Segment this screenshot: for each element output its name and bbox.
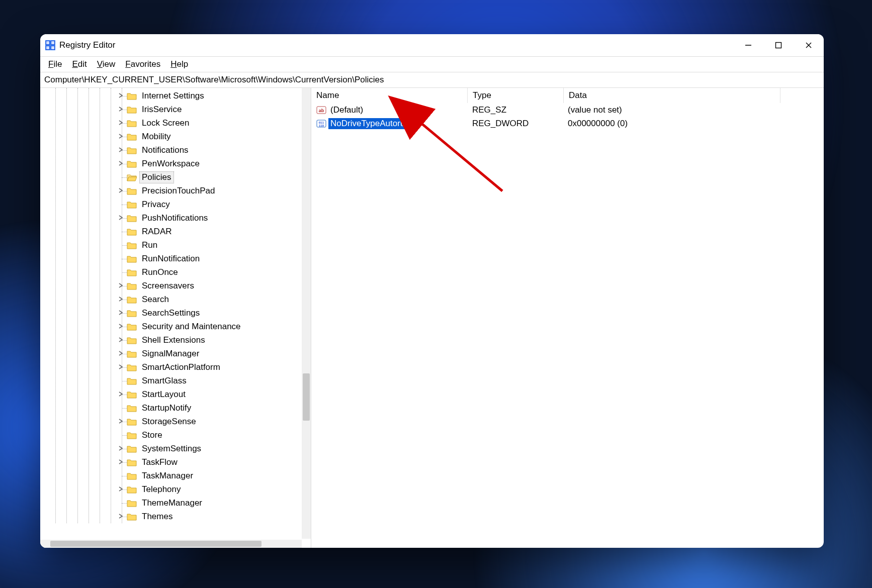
folder-icon — [127, 350, 137, 358]
tree-node[interactable]: SmartActionPlatform — [40, 360, 302, 374]
value-row[interactable]: (Default)REG_SZ(value not set) — [311, 103, 824, 117]
menu-view[interactable]: View — [92, 58, 121, 71]
tree-node[interactable]: Security and Maintenance — [40, 320, 302, 333]
folder-icon — [127, 363, 137, 371]
tree-node[interactable]: TaskFlow — [40, 455, 302, 469]
close-button[interactable] — [794, 34, 824, 56]
tree-node[interactable]: Telephony — [40, 482, 302, 496]
menu-favorites[interactable]: Favorites — [120, 58, 165, 71]
tree-node[interactable]: SystemSettings — [40, 442, 302, 455]
tree-node-label: Telephony — [140, 484, 183, 495]
folder-open-icon — [127, 173, 137, 181]
tree-node[interactable]: Store — [40, 428, 302, 442]
tree-node[interactable]: Internet Settings — [40, 89, 302, 103]
registry-editor-window: Registry Editor File Edit View Favorites… — [40, 34, 824, 548]
folder-icon — [127, 133, 137, 141]
tree-node-label: Search — [140, 294, 171, 305]
expand-chevron-icon[interactable] — [117, 336, 125, 344]
expand-chevron-icon[interactable] — [117, 119, 125, 127]
value-row[interactable]: NoDriveTypeAutorunREG_DWORD0x00000000 (0… — [311, 117, 824, 130]
expand-chevron-icon[interactable] — [117, 309, 125, 317]
expand-chevron-icon[interactable] — [117, 322, 125, 330]
registry-tree[interactable]: Internet SettingsIrisServiceLock ScreenM… — [40, 88, 302, 523]
tree-node-label: StartLayout — [140, 389, 188, 400]
expand-chevron-icon[interactable] — [117, 105, 125, 113]
expand-chevron-icon[interactable] — [117, 159, 125, 167]
tree-node[interactable]: Search — [40, 292, 302, 306]
expand-chevron-icon[interactable] — [117, 444, 125, 452]
expand-chevron-icon[interactable] — [117, 91, 125, 100]
maximize-button[interactable] — [763, 34, 794, 56]
reg-dword-icon — [316, 119, 326, 129]
expand-chevron-icon[interactable] — [117, 417, 125, 425]
tree-node[interactable]: Notifications — [40, 143, 302, 157]
tree-node[interactable]: RADAR — [40, 225, 302, 238]
tree-node-label: Privacy — [140, 199, 172, 210]
menu-help[interactable]: Help — [165, 58, 193, 71]
tree-node[interactable]: IrisService — [40, 103, 302, 116]
folder-icon — [127, 228, 137, 236]
expand-chevron-icon[interactable] — [117, 485, 125, 493]
column-type[interactable]: Type — [468, 88, 564, 103]
tree-node[interactable]: Themes — [40, 510, 302, 523]
expand-chevron-icon[interactable] — [117, 186, 125, 194]
minimize-button[interactable] — [733, 34, 763, 56]
value-name: (Default) — [328, 105, 365, 116]
tree-node-label: Lock Screen — [140, 118, 192, 129]
value-data: (value not set) — [563, 105, 779, 115]
tree-node[interactable]: PrecisionTouchPad — [40, 184, 302, 198]
column-data[interactable]: Data — [564, 88, 780, 103]
tree-node[interactable]: Privacy — [40, 198, 302, 211]
tree-node[interactable]: Run — [40, 238, 302, 252]
expand-chevron-icon[interactable] — [117, 390, 125, 398]
expand-chevron-icon[interactable] — [117, 363, 125, 371]
tree-node[interactable]: Mobility — [40, 130, 302, 143]
tree-node[interactable]: SmartGlass — [40, 374, 302, 387]
tree-node[interactable]: SignalManager — [40, 347, 302, 360]
tree-node[interactable]: ThemeManager — [40, 496, 302, 510]
tree-node[interactable]: StorageSense — [40, 415, 302, 428]
tree-node[interactable]: Lock Screen — [40, 116, 302, 130]
tree-node-label: RunOnce — [140, 267, 180, 278]
tree-node[interactable]: StartLayout — [40, 387, 302, 401]
tree-v-thumb[interactable] — [303, 373, 310, 421]
tree-node-label: TaskFlow — [140, 457, 180, 468]
column-name[interactable]: Name — [311, 88, 468, 103]
folder-icon — [127, 268, 137, 276]
tree-horizontal-scrollbar[interactable] — [40, 540, 302, 548]
folder-icon — [127, 485, 137, 494]
folder-icon — [127, 377, 137, 385]
folder-icon — [127, 282, 137, 290]
tree-node[interactable]: Policies — [40, 170, 302, 184]
expand-chevron-icon[interactable] — [117, 132, 125, 140]
tree-node[interactable]: TaskManager — [40, 469, 302, 482]
tree-node[interactable]: SearchSettings — [40, 306, 302, 320]
expand-chevron-icon[interactable] — [117, 295, 125, 303]
expand-chevron-icon[interactable] — [117, 281, 125, 289]
address-bar[interactable]: Computer\HKEY_CURRENT_USER\Software\Micr… — [40, 72, 824, 88]
tree-node-label: Policies — [140, 172, 173, 183]
tree-node[interactable]: StartupNotify — [40, 401, 302, 415]
folder-icon — [127, 146, 137, 154]
expand-chevron-icon[interactable] — [117, 458, 125, 466]
tree-vertical-scrollbar[interactable] — [302, 88, 311, 539]
tree-node[interactable]: Screensavers — [40, 279, 302, 292]
column-headers[interactable]: Name Type Data — [311, 88, 824, 103]
tree-node[interactable]: PushNotifications — [40, 211, 302, 225]
tree-node[interactable]: PenWorkspace — [40, 157, 302, 170]
tree-node[interactable]: RunNotification — [40, 252, 302, 265]
value-name: NoDriveTypeAutorun — [328, 118, 412, 129]
menu-edit[interactable]: Edit — [67, 58, 92, 71]
expand-chevron-icon[interactable] — [117, 146, 125, 154]
expand-chevron-icon[interactable] — [117, 512, 125, 520]
expand-chevron-icon[interactable] — [117, 214, 125, 222]
tree-h-thumb[interactable] — [50, 541, 261, 547]
tree-node-label: Screensavers — [140, 280, 196, 291]
menu-file[interactable]: File — [43, 58, 67, 71]
tree-node-label: Run — [140, 240, 159, 251]
tree-node[interactable]: RunOnce — [40, 265, 302, 279]
folder-icon — [127, 92, 137, 100]
expand-chevron-icon[interactable] — [117, 349, 125, 357]
titlebar[interactable]: Registry Editor — [40, 34, 824, 57]
tree-node[interactable]: Shell Extensions — [40, 333, 302, 347]
